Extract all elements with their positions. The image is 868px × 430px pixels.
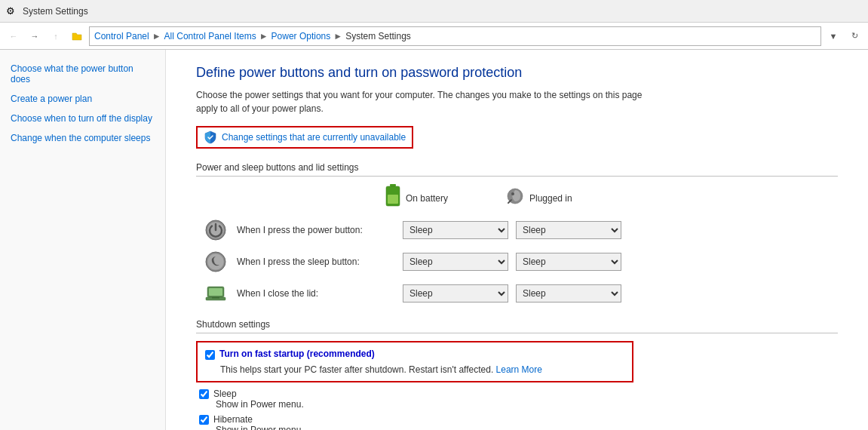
left-nav-change-sleep[interactable]: Change when the computer sleeps	[0, 128, 165, 148]
lid-row: When I close the lid: Sleep Do nothing H…	[196, 281, 838, 306]
battery-col-label: On battery	[406, 193, 448, 204]
address-bar: ← → ↑ Control Panel ► All Control Panel …	[0, 23, 868, 50]
battery-column-header: On battery	[385, 184, 498, 212]
power-button-icon	[204, 218, 228, 242]
power-button-dropdowns: Sleep Do nothing Hibernate Shut down Tur…	[403, 221, 621, 239]
sleep-button-label: When I press the sleep button:	[237, 256, 403, 267]
main-content: Choose what the power button does Create…	[0, 50, 868, 430]
sleep-item-label[interactable]: Sleep	[213, 389, 237, 399]
hibernate-item: Hibernate Show in Power menu.	[196, 414, 838, 430]
back-button[interactable]: ←	[5, 27, 23, 45]
hibernate-item-desc: Show in Power menu.	[199, 425, 838, 430]
sleep-checkbox[interactable]	[199, 389, 209, 399]
right-panel: Define power buttons and turn on passwor…	[166, 50, 868, 430]
sleep-button-icon	[204, 250, 228, 274]
refresh-addr-button[interactable]: ↻	[845, 27, 863, 45]
sleep-item: Sleep Show in Power menu.	[196, 389, 838, 410]
breadcrumb-all-items[interactable]: All Control Panel Items	[164, 31, 256, 41]
left-nav-display-sleep[interactable]: Choose when to turn off the display	[0, 109, 165, 128]
change-settings-text[interactable]: Change settings that are currently unava…	[222, 132, 406, 143]
title-bar: ⚙ System Settings	[0, 0, 868, 23]
svg-rect-10	[209, 288, 222, 296]
lid-icon	[204, 281, 228, 306]
address-breadcrumb: Control Panel ► All Control Panel Items …	[89, 26, 821, 46]
pluggedin-icon	[505, 186, 525, 210]
svg-point-4	[511, 192, 514, 195]
fast-startup-row: Turn on fast startup (recommended)	[205, 349, 624, 360]
window-title: System Settings	[23, 6, 88, 17]
lid-label: When I close the lid:	[237, 288, 403, 299]
page-title: Define power buttons and turn on passwor…	[196, 65, 838, 81]
learn-more-link[interactable]: Learn More	[496, 364, 542, 375]
svg-rect-12	[212, 297, 219, 299]
fast-startup-label[interactable]: Turn on fast startup (recommended)	[219, 349, 375, 359]
fast-startup-desc: This helps start your PC faster after sh…	[205, 364, 624, 375]
battery-icon	[385, 184, 401, 212]
svg-rect-0	[390, 184, 396, 186]
power-button-battery-select[interactable]: Sleep Do nothing Hibernate Shut down Tur…	[403, 221, 508, 239]
shutdown-section-title: Shutdown settings	[196, 319, 838, 333]
sleep-button-plugged-select[interactable]: Sleep Do nothing Hibernate Shut down Tur…	[516, 253, 621, 271]
pluggedin-column-header: Plugged in	[505, 186, 618, 210]
fast-startup-box: Turn on fast startup (recommended) This …	[196, 341, 633, 382]
left-panel: Choose what the power button does Create…	[0, 50, 166, 430]
breadcrumb-control-panel[interactable]: Control Panel	[94, 31, 149, 41]
breadcrumb-system-settings: System Settings	[345, 31, 411, 41]
lid-dropdowns: Sleep Do nothing Hibernate Shut down Tur…	[403, 284, 621, 303]
sleep-button-dropdowns: Sleep Do nothing Hibernate Shut down Tur…	[403, 253, 621, 271]
hibernate-item-label[interactable]: Hibernate	[213, 414, 253, 425]
left-nav-choose-plan[interactable]: Choose what the power button does	[0, 59, 165, 89]
pluggedin-col-label: Plugged in	[529, 193, 572, 204]
refresh-button[interactable]	[68, 27, 86, 45]
lid-plugged-select[interactable]: Sleep Do nothing Hibernate Shut down Tur…	[516, 284, 621, 303]
fast-startup-checkbox[interactable]	[205, 350, 215, 360]
dropdown-button[interactable]: ▼	[824, 27, 842, 45]
shield-icon	[204, 131, 217, 144]
address-bar-actions: ▼ ↻	[824, 27, 863, 45]
shutdown-section: Shutdown settings Turn on fast startup (…	[196, 319, 838, 430]
sleep-button-row: When I press the sleep button: Sleep Do …	[196, 250, 838, 274]
svg-rect-2	[388, 195, 398, 204]
power-button-row: When I press the power button: Sleep Do …	[196, 218, 838, 242]
sleep-button-battery-select[interactable]: Sleep Do nothing Hibernate Shut down Tur…	[403, 253, 508, 271]
forward-button[interactable]: →	[26, 27, 44, 45]
column-headers: On battery Plugged in	[196, 184, 838, 212]
power-button-label: When I press the power button:	[237, 225, 403, 235]
hibernate-checkbox[interactable]	[199, 415, 209, 425]
lid-battery-select[interactable]: Sleep Do nothing Hibernate Shut down Tur…	[403, 284, 508, 303]
window-icon: ⚙	[6, 5, 18, 17]
breadcrumb-power-options[interactable]: Power Options	[271, 31, 331, 41]
svg-point-8	[207, 253, 224, 270]
left-nav-create-plan[interactable]: Create a power plan	[0, 89, 165, 109]
sleep-item-desc: Show in Power menu.	[199, 399, 838, 410]
page-description: Choose the power settings that you want …	[196, 88, 664, 115]
change-settings-link-box[interactable]: Change settings that are currently unava…	[196, 126, 413, 149]
power-button-plugged-select[interactable]: Sleep Do nothing Hibernate Shut down Tur…	[516, 221, 621, 239]
power-sleep-section-title: Power and sleep buttons and lid settings	[196, 162, 838, 177]
up-button[interactable]: ↑	[47, 27, 65, 45]
